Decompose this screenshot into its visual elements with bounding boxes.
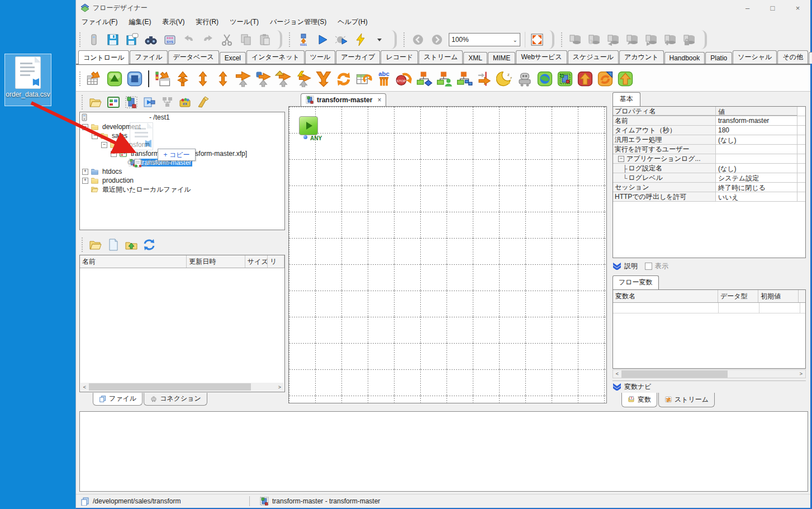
menu-item[interactable]: ファイル(F) <box>76 16 123 28</box>
palette-sync-flow-button[interactable] <box>596 69 615 89</box>
show-description-checkbox[interactable] <box>645 263 652 270</box>
toolbar-db-import-button[interactable] <box>605 31 623 49</box>
toolbar-forward-button[interactable] <box>428 31 446 49</box>
tree-node-htdocs[interactable]: +htdocs <box>80 167 284 176</box>
category-tab-アーカイブ[interactable]: アーカイブ <box>336 50 380 64</box>
toolbar-run-button[interactable] <box>314 31 331 49</box>
scroll-right-icon[interactable]: > <box>276 383 284 391</box>
scroll-left-icon[interactable]: < <box>613 370 621 378</box>
toolbar-cut-button[interactable] <box>218 31 236 49</box>
palette-direction-branch-button[interactable] <box>274 69 293 89</box>
palette-start-button[interactable] <box>105 69 124 89</box>
file-column-header[interactable]: リ <box>268 255 284 268</box>
palette-upload-red-button[interactable] <box>576 69 595 89</box>
panel-tab-コネクション[interactable]: コネクション <box>144 393 207 406</box>
tree-node-production[interactable]: +production <box>80 176 284 185</box>
tab-flow-variables[interactable]: フロー変数 <box>612 275 659 289</box>
toolbar-db-edit-button[interactable] <box>624 31 642 49</box>
toolbar-undo-button[interactable] <box>180 31 198 49</box>
category-tab-コントロール[interactable]: コントロール <box>78 50 129 64</box>
canvas-tab-transform-master[interactable]: transform-master × <box>301 93 386 106</box>
toolbar-db-add-button[interactable] <box>662 31 680 49</box>
tree-toolbar-project-button[interactable] <box>105 94 122 111</box>
scroll-right-icon[interactable]: > <box>797 370 805 378</box>
palette-text-mapper-button[interactable] <box>193 69 212 89</box>
tree-expander-icon[interactable]: − <box>92 133 98 139</box>
menu-item[interactable]: ヘルプ(H) <box>332 16 373 28</box>
category-tab-ソーシャル[interactable]: ソーシャル <box>733 50 777 64</box>
palette-wait-button[interactable] <box>475 69 494 89</box>
flow-canvas[interactable]: ANY <box>288 106 607 403</box>
desktop-file-order-data-csv[interactable]: order_data.csv <box>4 54 51 106</box>
category-tab-その他[interactable]: その他 <box>777 50 808 64</box>
menu-item[interactable]: 表示(V) <box>156 16 190 28</box>
property-row[interactable]: タイムアウト（秒）180 <box>613 126 805 135</box>
toolbar-db-log-button[interactable] <box>567 31 585 49</box>
tree-expander-icon[interactable]: − <box>82 124 88 130</box>
flowvar-column-header[interactable]: データ型 <box>718 290 758 302</box>
category-tab-Excel[interactable]: Excel <box>220 52 246 64</box>
tree-node-development[interactable]: −development <box>80 122 284 131</box>
variable-nav-bar[interactable]: 変数ナビ <box>612 380 806 392</box>
category-tab-MIME[interactable]: MIME <box>488 52 515 64</box>
flow-variables-hscrollbar[interactable]: < > <box>612 369 806 378</box>
palette-subflow-call-button[interactable] <box>415 69 434 89</box>
toolbar-db-lock-button[interactable] <box>681 31 699 49</box>
tree-expander-icon[interactable]: + <box>82 178 88 184</box>
toolbar-sys-settings-button[interactable]: SYS <box>161 31 179 49</box>
palette-loop-button[interactable] <box>334 69 353 89</box>
tree-expander-icon[interactable]: − <box>101 142 107 148</box>
tab-basic[interactable]: 基本 <box>612 92 640 106</box>
palette-end-button[interactable] <box>125 69 144 89</box>
property-row[interactable]: └ログレベルシステム設定 <box>613 173 805 183</box>
property-row[interactable]: 実行を許可するユーザー <box>613 145 805 154</box>
palette-global-resource-button[interactable] <box>535 69 554 89</box>
toolbar-db-alert-button[interactable]: ! <box>586 31 604 49</box>
panel-tab-ファイル[interactable]: ファイル <box>93 393 143 406</box>
menu-item[interactable]: 実行(R) <box>190 16 224 28</box>
tree-expander-icon[interactable]: − <box>111 151 117 157</box>
palette-branch-button[interactable] <box>234 69 253 89</box>
category-tab-レコード[interactable]: レコード <box>381 50 418 64</box>
zoom-level-select[interactable]: 100% ⌄ <box>449 33 520 46</box>
property-row[interactable]: HTTPでの呼出しを許可いいえ <box>613 192 805 202</box>
toolbar-back-button[interactable] <box>409 31 427 49</box>
category-tab-スケジュール[interactable]: スケジュール <box>568 50 619 64</box>
palette-mapper-button[interactable] <box>85 69 104 89</box>
palette-break-loop-button[interactable]: STOP <box>395 69 414 89</box>
toolbar-save-button[interactable] <box>104 31 122 49</box>
palette-local-flow-button[interactable] <box>555 69 574 89</box>
category-tab-XML[interactable]: XML <box>463 52 487 64</box>
toolbar-server-button[interactable] <box>85 31 103 49</box>
toolbar-paste-button[interactable] <box>256 31 274 49</box>
category-tab-データベース[interactable]: データベース <box>168 50 219 64</box>
file-column-header[interactable]: 更新日時 <box>187 255 245 268</box>
property-row[interactable]: −アプリケーションログ... <box>613 154 805 164</box>
file-column-header[interactable]: 名前 <box>80 255 187 268</box>
panel-tab-変数[interactable]: V変数 <box>621 393 657 407</box>
toolbar-debug-run-button[interactable] <box>333 31 350 49</box>
start-node-port[interactable] <box>303 135 307 139</box>
description-bar[interactable]: 説明 表示 <box>612 260 806 272</box>
maximize-button[interactable]: □ <box>760 0 785 16</box>
palette-parallel-flow-button[interactable] <box>455 69 474 89</box>
tree-toolbar-excel-tools-button[interactable]: ex <box>177 94 193 111</box>
panel-tab-ストリーム[interactable]: ストリーム <box>658 393 715 407</box>
palette-upload-green-button[interactable] <box>616 69 635 89</box>
toolbar-redo-button[interactable] <box>199 31 217 49</box>
category-tab-Webサービス[interactable]: Webサービス <box>516 50 567 64</box>
menu-item[interactable]: ツール(T) <box>224 16 264 28</box>
category-tab-ストリーム[interactable]: ストリーム <box>419 50 463 64</box>
palette-merge-mapper-button[interactable] <box>173 69 192 89</box>
property-row[interactable]: セッション終了時に閉じる <box>613 183 805 192</box>
tree-root-item[interactable]: - /test1 <box>80 112 284 122</box>
scroll-left-icon[interactable]: < <box>80 383 89 391</box>
tree-toolbar-open-flow-button[interactable] <box>141 94 158 111</box>
file-toolbar-upload-folder-button[interactable] <box>123 236 140 253</box>
tree-node-transform[interactable]: −transform <box>80 140 284 149</box>
toolbar-step-debug-button[interactable]: 0101 <box>295 31 312 49</box>
tree-node-sales[interactable]: −sales <box>80 131 284 140</box>
tree-toolbar-open-folder-button[interactable] <box>87 94 104 111</box>
menu-item[interactable]: バージョン管理(S) <box>264 16 332 28</box>
property-row[interactable]: 汎用エラー処理(なし) <box>613 135 805 145</box>
